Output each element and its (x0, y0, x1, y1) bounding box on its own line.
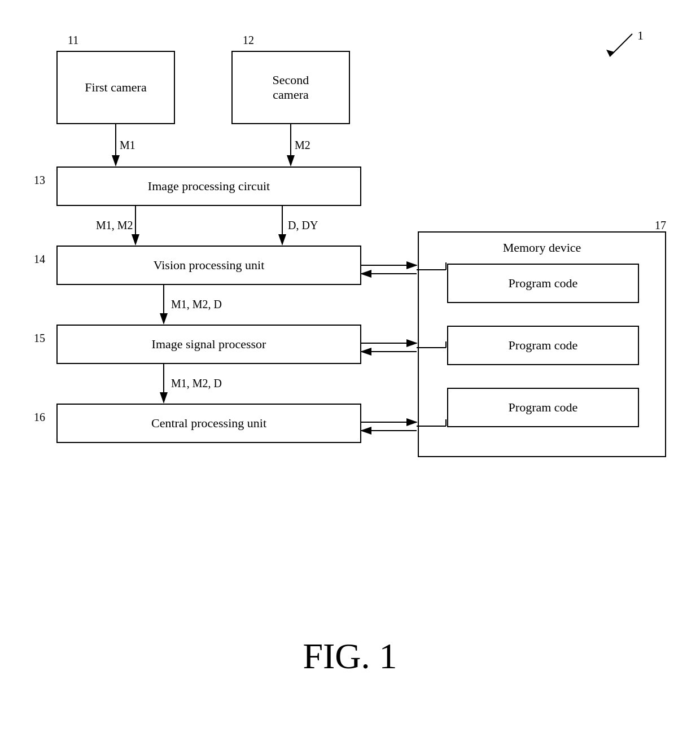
central-processing-unit-label: Central processing unit (151, 416, 266, 431)
program-code-3-box: Program code (447, 388, 639, 427)
ref-13: 13 (34, 174, 45, 187)
first-camera-label: First camera (85, 80, 146, 95)
second-camera-box: Secondcamera (231, 51, 350, 124)
first-camera-box: First camera (56, 51, 175, 124)
second-camera-label: Secondcamera (273, 73, 309, 102)
ref-16: 16 (34, 411, 45, 424)
ref-17: 17 (655, 219, 666, 232)
program-code-2-label: Program code (509, 338, 578, 353)
ref-15: 15 (34, 332, 45, 345)
vision-processing-unit-label: Vision processing unit (154, 258, 265, 273)
ref-1-label: 1 (598, 28, 644, 64)
program-code-2-box: Program code (447, 326, 639, 365)
memory-device-label: Memory device (419, 240, 665, 255)
svg-marker-1 (606, 50, 614, 56)
svg-text:M2: M2 (295, 139, 310, 151)
svg-text:M1, M2, D: M1, M2, D (171, 298, 222, 310)
program-code-1-label: Program code (509, 276, 578, 291)
ref-11: 11 (68, 34, 78, 47)
figure-title: FIG. 1 (23, 636, 677, 677)
svg-text:M1, M2, D: M1, M2, D (171, 377, 222, 389)
svg-text:M1: M1 (120, 139, 135, 151)
svg-text:D, DY: D, DY (288, 219, 318, 231)
memory-device-box: Memory device Program code Program code … (418, 231, 666, 457)
image-processing-circuit-box: Image processing circuit (56, 166, 361, 206)
svg-text:M1, M2: M1, M2 (96, 219, 133, 231)
central-processing-unit-box: Central processing unit (56, 404, 361, 443)
ref-12: 12 (243, 34, 254, 47)
image-signal-processor-label: Image signal processor (152, 337, 266, 352)
vision-processing-unit-box: Vision processing unit (56, 246, 361, 285)
program-code-3-label: Program code (509, 400, 578, 415)
image-signal-processor-box: Image signal processor (56, 325, 361, 364)
ref-14: 14 (34, 253, 45, 266)
program-code-1-box: Program code (447, 264, 639, 303)
ref-1: 1 (637, 28, 644, 43)
image-processing-circuit-label: Image processing circuit (148, 179, 270, 194)
diagram-container: 1 11 12 First camera Secondcamera 13 Ima… (23, 17, 677, 694)
